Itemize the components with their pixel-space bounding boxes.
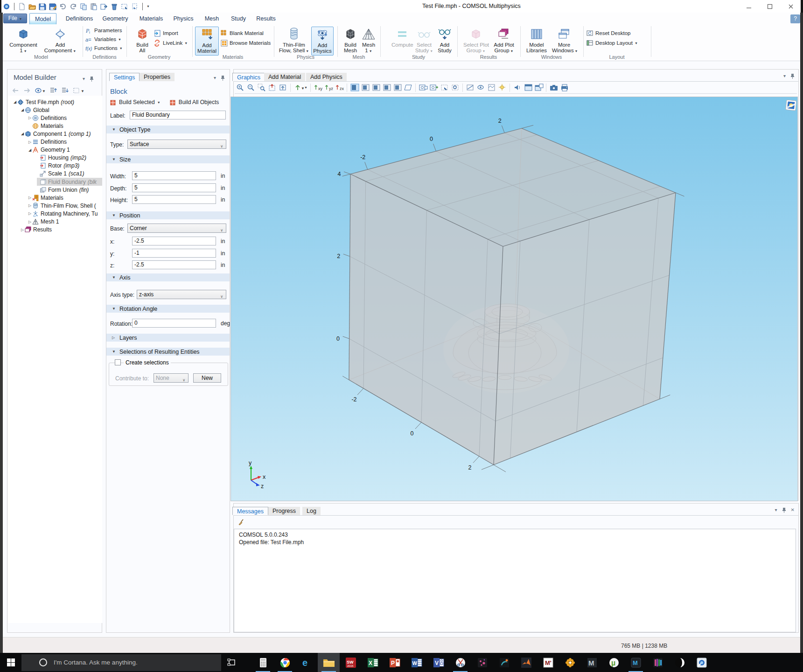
cortana-search-box[interactable]: I'm Cortana. Ask me anything. xyxy=(21,654,221,671)
start-button[interactable] xyxy=(0,653,21,672)
back-icon[interactable] xyxy=(12,87,19,94)
build-selected-dropdown-icon[interactable]: ▼ xyxy=(157,101,161,104)
plane-zx-icon[interactable]: zx xyxy=(335,84,343,91)
show-icon[interactable] xyxy=(477,84,485,91)
ribbon-add-physics-button[interactable]: AddPhysics xyxy=(311,27,334,56)
copy-icon[interactable] xyxy=(80,3,87,10)
panel-menu-icon[interactable]: ▾ xyxy=(775,507,777,513)
taskbar-icon-utorrent[interactable]: µ xyxy=(603,653,625,672)
new-button[interactable]: New xyxy=(193,373,221,383)
ribbon-add-study-button[interactable]: AddStudy xyxy=(434,27,455,56)
ribbon-tab-definitions[interactable]: Definitions xyxy=(62,13,97,24)
taskbar-icon-powerpoint[interactable]: P xyxy=(384,653,405,672)
window-close-button[interactable] xyxy=(788,4,794,9)
view-icon[interactable] xyxy=(383,84,391,91)
zoom-box-icon[interactable] xyxy=(258,84,265,91)
taskbar-icon-word[interactable]: W xyxy=(405,653,427,672)
taskbar-icon-solidworks[interactable]: SW2015 xyxy=(340,653,362,672)
tree-expanded-arrow[interactable]: ◢ xyxy=(13,100,17,104)
view-icon[interactable] xyxy=(393,84,401,91)
taskbar-icon-chrome[interactable] xyxy=(274,653,296,672)
tree-item-fluid-boundary[interactable]: Fluid Boundary(blk xyxy=(8,178,102,186)
save-as-icon[interactable] xyxy=(49,3,56,10)
tree-item-definitions[interactable]: ▷Definitions xyxy=(8,114,102,122)
taskbar-icon-photo-viewer[interactable] xyxy=(691,653,712,672)
tree-expanded-arrow[interactable]: ◢ xyxy=(20,108,25,112)
ribbon-tab-physics[interactable]: Physics xyxy=(171,13,196,24)
hide-icon[interactable] xyxy=(466,84,474,91)
ribbon-variables-button[interactable]: a=Variables▼ xyxy=(85,35,121,43)
tree-item-thin-film-flow-shell-[interactable]: ▷Thin-Film Flow, Shell ( xyxy=(8,202,102,210)
tree-collapsed-arrow[interactable]: ▷ xyxy=(28,140,32,144)
open-icon[interactable] xyxy=(28,3,36,10)
pin-icon[interactable] xyxy=(790,73,795,79)
messages-tab-progress[interactable]: Progress xyxy=(268,507,300,515)
taskbar-icon-3ds-max[interactable] xyxy=(493,653,515,672)
pin-icon[interactable] xyxy=(90,76,94,82)
messages-tab-messages[interactable]: Messages xyxy=(232,507,268,515)
section-header-layers[interactable]: ▷Layers xyxy=(106,334,230,342)
ribbon-build-all-button[interactable]: BuildAll xyxy=(131,27,154,56)
tree-collapsed-arrow[interactable]: ▷ xyxy=(28,211,32,216)
ribbon-blank-material-button[interactable]: Blank Material xyxy=(221,29,264,37)
input-width[interactable]: 5 xyxy=(132,171,216,180)
save-icon[interactable] xyxy=(39,3,46,10)
ribbon-add-component-button[interactable]: AddComponent ▼ xyxy=(43,27,77,56)
tree-item-rotating-machinery-tu[interactable]: ▷Rotating Machinery, Tu xyxy=(8,210,102,217)
collapse-icon[interactable] xyxy=(61,87,69,94)
taskbar-icon-visio[interactable]: V xyxy=(427,653,449,672)
taskbar-icon-zarafa[interactable] xyxy=(559,653,581,672)
section-header-rotation-angle[interactable]: ▼Rotation Angle xyxy=(106,305,230,313)
tree-item-mesh-1[interactable]: ▷Mesh 1 xyxy=(8,218,102,226)
taskbar-icon-swirl[interactable] xyxy=(669,653,691,672)
close-icon[interactable]: ✕ xyxy=(791,507,795,513)
taskbar-icon-edge[interactable]: e xyxy=(296,653,318,672)
skew-icon[interactable] xyxy=(404,84,412,91)
graphics-tab-add-material[interactable]: Add Material xyxy=(264,73,305,81)
duplicate-icon[interactable] xyxy=(100,3,108,10)
section-header-selections-of-resulting-entities[interactable]: ▼Selections of Resulting Entities xyxy=(106,348,230,356)
tree-collapsed-arrow[interactable]: ▷ xyxy=(28,196,32,200)
plane-xy-icon[interactable]: xy xyxy=(314,84,322,91)
taskbar-icon-mathematica[interactable]: M' xyxy=(537,653,559,672)
input-z[interactable]: -2.5 xyxy=(132,260,216,269)
default-view-icon[interactable] xyxy=(279,84,287,91)
label-input[interactable]: Fluid Boundary xyxy=(130,111,226,119)
view-icon[interactable] xyxy=(372,84,380,91)
delete-icon[interactable] xyxy=(111,3,118,10)
window-icon[interactable] xyxy=(524,84,532,91)
create-selections-checkbox[interactable] xyxy=(115,359,121,365)
taskbar-icon-maya[interactable]: M xyxy=(581,653,603,672)
ribbon-component-1-button[interactable]: Component1 ▼ xyxy=(7,27,39,56)
tree-item-global[interactable]: ◢Global xyxy=(8,106,102,114)
clear-icon[interactable] xyxy=(131,3,139,10)
taskbar-icon-media-player[interactable] xyxy=(647,653,669,672)
selbox-icon[interactable] xyxy=(440,84,448,91)
forward-icon[interactable] xyxy=(23,87,31,94)
ribbon-livelink-button[interactable]: LiveLink▼ xyxy=(154,39,188,47)
build-all-objects-button[interactable]: Build All Objects xyxy=(179,99,219,105)
pin-icon[interactable] xyxy=(221,75,225,81)
ribbon-more-windows-button[interactable]: MoreWindows ▼ xyxy=(552,27,576,56)
window-maximize-button[interactable] xyxy=(767,4,773,9)
tree-item-form-union[interactable]: Form Union(fin) xyxy=(8,186,102,194)
ribbon-tab-materials[interactable]: Materials xyxy=(137,13,166,24)
tree-collapsed-arrow[interactable]: ▷ xyxy=(20,228,25,232)
select-base[interactable]: Corner∨ xyxy=(127,224,226,233)
input-height[interactable]: 5 xyxy=(132,195,216,204)
tree-collapsed-arrow[interactable]: ▷ xyxy=(28,203,32,208)
print-icon[interactable] xyxy=(560,84,568,91)
section-header-size[interactable]: ▼Size xyxy=(106,155,230,163)
tree-item-component-1[interactable]: ◢Component 1(comp 1) xyxy=(8,130,102,138)
light-icon[interactable] xyxy=(498,84,506,91)
clear-log-icon[interactable] xyxy=(237,518,245,526)
ribbon-tab-results[interactable]: Results xyxy=(254,13,278,24)
orientation-icon[interactable]: ▼ xyxy=(294,84,302,91)
render-icon[interactable] xyxy=(488,84,496,91)
taskbar-icon-file-explorer[interactable] xyxy=(318,653,340,672)
ribbon-thin-film-flow-shell-button[interactable]: Thin-FilmFlow, Shell ▼ xyxy=(278,27,310,56)
taskbar-icon-calculator[interactable] xyxy=(252,653,274,672)
taskbar-icon-snipping[interactable] xyxy=(449,653,471,672)
ribbon-tab-study[interactable]: Study xyxy=(228,13,249,24)
task-view-button[interactable] xyxy=(221,653,242,672)
